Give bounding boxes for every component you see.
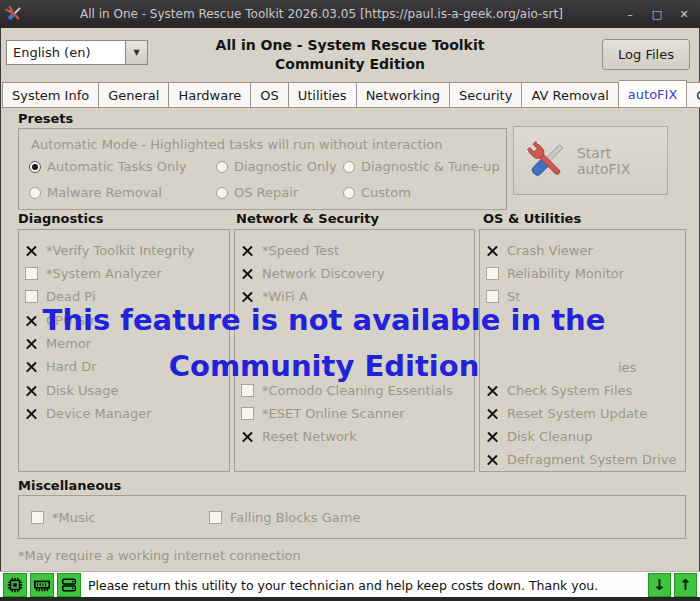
- tab-os[interactable]: OS: [251, 82, 288, 108]
- tab-hardware[interactable]: Hardware: [169, 82, 251, 108]
- memory-icon[interactable]: [30, 573, 54, 597]
- checkbox[interactable]: [486, 407, 499, 420]
- radio-diagnostic-only[interactable]: Diagnostic Only: [216, 159, 337, 174]
- checkbox[interactable]: [31, 511, 44, 524]
- task-row[interactable]: Reset Network: [241, 428, 357, 444]
- task-row[interactable]: *Comodo Cleaning Essentials: [241, 382, 453, 398]
- checkbox[interactable]: [241, 407, 254, 420]
- radio-icon[interactable]: [29, 187, 41, 199]
- checkbox[interactable]: [25, 384, 38, 397]
- task-row[interactable]: Hard Dr: [25, 358, 97, 374]
- task-row[interactable]: *Speed Test: [241, 242, 339, 258]
- minimize-button[interactable]: –: [619, 6, 641, 22]
- task-label: *Speed Test: [262, 243, 339, 258]
- radio-diagnostic-tuneup[interactable]: Diagnostic & Tune-up: [343, 159, 500, 174]
- tab-system-info[interactable]: System Info: [2, 82, 99, 108]
- checkbox[interactable]: [25, 244, 38, 257]
- radio-icon[interactable]: [343, 187, 355, 199]
- window-title: All in One - System Rescue Toolkit 2026.…: [24, 7, 619, 21]
- radio-label: Automatic Tasks Only: [47, 159, 187, 174]
- tab-utilities[interactable]: Utilities: [289, 82, 357, 108]
- task-row[interactable]: *Music: [31, 509, 96, 525]
- checkbox[interactable]: [25, 360, 38, 373]
- task-row[interactable]: Reliability Monitor: [486, 265, 624, 281]
- radio-label: Diagnostic & Tune-up: [361, 159, 500, 174]
- cpu-icon[interactable]: [3, 573, 27, 597]
- task-row[interactable]: Falling Blocks Game: [209, 509, 360, 525]
- close-button[interactable]: ✕: [673, 6, 695, 22]
- task-row[interactable]: Memor: [25, 335, 91, 351]
- task-label: Disk Usage: [46, 383, 119, 398]
- task-row[interactable]: Crash Viewer: [486, 242, 593, 258]
- miscellaneous-heading: Miscellaneous: [18, 478, 121, 493]
- task-label-fragment: ies: [618, 360, 636, 375]
- radio-label: Malware Removal: [47, 185, 162, 200]
- task-row[interactable]: Device Manager: [25, 405, 152, 421]
- task-label: *System Analyzer: [46, 266, 162, 281]
- task-label: CPU Str: [46, 313, 95, 328]
- network-security-group: *Speed Test Network Discovery *WiFi A *C…: [234, 229, 475, 472]
- radio-os-repair[interactable]: OS Repair: [216, 185, 298, 200]
- task-row[interactable]: *System Analyzer: [25, 265, 162, 281]
- checkbox[interactable]: [209, 511, 222, 524]
- task-label: *WiFi A: [262, 289, 308, 304]
- start-autofix-label: Start autoFIX: [577, 145, 667, 177]
- task-row[interactable]: Defragment System Drive: [486, 451, 677, 467]
- radio-icon[interactable]: [216, 187, 228, 199]
- checkbox[interactable]: [25, 337, 38, 350]
- start-autofix-button[interactable]: Start autoFIX: [513, 126, 668, 195]
- download-arrow-button[interactable]: ↓: [648, 573, 671, 597]
- task-label: Reliability Monitor: [507, 266, 624, 281]
- task-row[interactable]: CPU Str: [25, 312, 95, 328]
- radio-custom[interactable]: Custom: [343, 185, 411, 200]
- checkbox[interactable]: [486, 244, 499, 257]
- os-utilities-heading: OS & Utilities: [483, 211, 581, 226]
- checkbox[interactable]: [486, 430, 499, 443]
- checkbox[interactable]: [486, 384, 499, 397]
- tab-bar: System Info General Hardware OS Utilitie…: [2, 82, 698, 108]
- page-title-line1: All in One - System Rescue Toolkit: [0, 36, 700, 55]
- task-label: Dead Pi: [46, 289, 96, 304]
- presets-heading: Presets: [18, 111, 73, 126]
- task-row[interactable]: *ESET Online Scanner: [241, 405, 405, 421]
- checkbox[interactable]: [25, 290, 38, 303]
- checkbox[interactable]: [241, 430, 254, 443]
- miscellaneous-group: *Music Falling Blocks Game: [18, 495, 686, 539]
- radio-automatic-tasks-only[interactable]: Automatic Tasks Only: [29, 159, 187, 174]
- checkbox[interactable]: [241, 384, 254, 397]
- checkbox[interactable]: [486, 290, 499, 303]
- task-row[interactable]: Check System Files: [486, 382, 632, 398]
- maximize-button[interactable]: □: [646, 6, 668, 22]
- checkbox[interactable]: [25, 314, 38, 327]
- upload-arrow-button[interactable]: ↑: [674, 573, 697, 597]
- checkbox[interactable]: [241, 244, 254, 257]
- task-row[interactable]: St: [486, 288, 520, 304]
- radio-icon[interactable]: [216, 161, 228, 173]
- tab-autofix[interactable]: autoFIX: [619, 80, 687, 108]
- task-row[interactable]: *WiFi A: [241, 288, 308, 304]
- checkbox[interactable]: [241, 290, 254, 303]
- tab-general[interactable]: General: [99, 82, 169, 108]
- task-label: Crash Viewer: [507, 243, 593, 258]
- checkbox[interactable]: [25, 267, 38, 280]
- task-row[interactable]: Disk Cleanup: [486, 428, 592, 444]
- checkbox[interactable]: [486, 267, 499, 280]
- task-row[interactable]: Network Discovery: [241, 265, 385, 281]
- tab-networking[interactable]: Networking: [357, 82, 450, 108]
- task-row[interactable]: Reset System Update: [486, 405, 647, 421]
- task-row[interactable]: Disk Usage: [25, 382, 119, 398]
- checkbox[interactable]: [241, 267, 254, 280]
- radio-icon[interactable]: [29, 161, 41, 173]
- checkbox[interactable]: [486, 453, 499, 466]
- internet-footnote: *May require a working internet connecti…: [18, 548, 301, 563]
- radio-malware-removal[interactable]: Malware Removal: [29, 185, 162, 200]
- tab-av-removal[interactable]: AV Removal: [522, 82, 618, 108]
- tab-security[interactable]: Security: [450, 82, 522, 108]
- disk-icon[interactable]: [57, 573, 81, 597]
- task-row[interactable]: Dead Pi: [25, 288, 96, 304]
- checkbox[interactable]: [25, 407, 38, 420]
- task-row[interactable]: *Verify Toolkit Integrity: [25, 242, 194, 258]
- tab-customize[interactable]: Customize: [687, 82, 700, 108]
- log-files-button[interactable]: Log Files: [602, 39, 690, 70]
- radio-icon[interactable]: [343, 161, 355, 173]
